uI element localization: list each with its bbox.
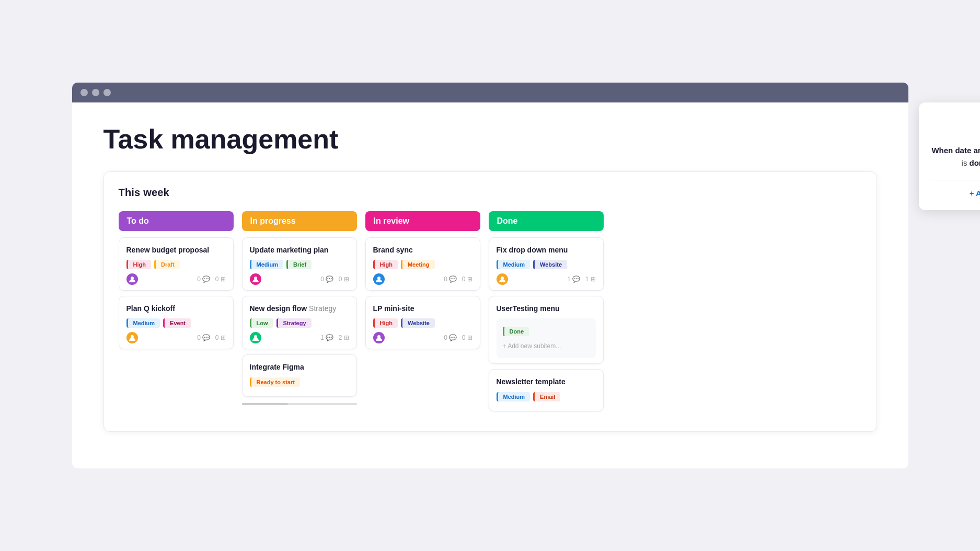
card-title: Integrate Figma [250,362,349,372]
tag-high: High [373,260,398,269]
avatar [497,273,508,285]
comment-icon: 💬 [202,276,210,283]
comment-icon: 💬 [449,334,457,341]
card-title: UserTesting menu [497,304,596,313]
card-tags: Ready to start [250,377,349,387]
subitem-row: Done [503,324,590,339]
comment-icon: 💬 [572,276,580,283]
card-newsletter: Newsletter template Medium Email [489,369,604,411]
card-update-marketing: Update marketing plan Medium Brief 0 [242,237,357,291]
add-subitem-button[interactable]: + Add new subitem... [503,339,590,353]
column-header-done: Done [489,211,604,231]
card-footer: 0 💬 0 ⊞ [126,332,226,343]
task-icon: ⊞ [467,276,472,283]
task-count: 2 ⊞ [339,334,349,341]
card-tags: Medium Email [497,392,596,401]
comment-icon: 💬 [326,334,333,341]
scroll-bar [242,403,357,405]
card-usertesting: UserTesting menu Done + Add new subitem.… [489,296,604,364]
card-footer: 0 💬 0 ⊞ [373,332,472,343]
avatar [126,332,138,343]
add-to-board-button[interactable]: + Add to board [931,180,981,198]
comment-icon: 💬 [449,276,457,283]
task-count: 0 ⊞ [215,334,226,341]
column-header-todo: To do [119,211,234,231]
avatar [126,273,138,285]
subitem-status: Done [503,327,529,336]
card-tags: Medium Brief [250,260,349,269]
browser-dot-3 [103,89,111,96]
subitem-area: Done + Add new subitem... [497,318,596,358]
tag-ready: Ready to start [250,377,300,387]
slack-popup: When date arrives and only if status is … [919,102,981,210]
card-footer: 1 💬 1 ⊞ [497,273,596,285]
browser-chrome [72,83,908,102]
slack-notification-text: When date arrives and only if status is … [931,144,981,169]
comment-count: 1 💬 [320,334,333,341]
tag-medium: Medium [497,392,531,401]
card-integrate-figma: Integrate Figma Ready to start [242,354,357,396]
card-tags: Low Strategy [250,318,349,328]
avatar [250,332,261,343]
tag-event: Event [163,318,191,328]
footer-meta: 0 💬 0 ⊞ [444,276,472,283]
comment-icon: 💬 [326,276,333,283]
browser-dot-2 [92,89,99,96]
comment-count: 1 💬 [567,276,580,283]
scroll-thumb [242,403,288,405]
tag-high: High [126,260,151,269]
avatar [250,273,261,285]
card-new-design-flow: New design flow Strategy Low Strategy [242,296,357,349]
card-title: New design flow Strategy [250,304,349,313]
comment-count: 0 💬 [444,276,457,283]
footer-meta: 0 💬 0 ⊞ [444,334,472,341]
card-lp-minisite: LP mini-site High Website 0 [365,296,480,349]
card-renew-budget: Renew budget proposal High Draft 0 [119,237,234,291]
board-container: This week To do Renew budget proposal Hi… [103,171,877,432]
tag-medium: Medium [250,260,284,269]
comment-icon: 💬 [202,334,210,341]
card-tags: High Website [373,318,472,328]
tag-draft: Draft [154,260,180,269]
card-tags: High Draft [126,260,226,269]
card-tags: Medium Website [497,260,596,269]
footer-meta: 0 💬 0 ⊞ [197,334,225,341]
task-icon: ⊞ [221,334,226,341]
task-icon: ⊞ [221,276,226,283]
card-fix-dropdown: Fix drop down menu Medium Website 1 [489,237,604,291]
tag-brief: Brief [286,260,312,269]
tag-meeting: Meeting [401,260,435,269]
task-icon: ⊞ [467,334,472,341]
tag-website: Website [533,260,567,269]
card-title: Renew budget proposal [126,245,226,255]
page-wrapper: Task management This week To do Renew bu… [72,83,908,468]
tag-strategy: Strategy [276,318,312,328]
card-title: Plan Q kickoff [126,304,226,313]
card-footer: 0 💬 0 ⊞ [373,273,472,285]
footer-meta: 1 💬 1 ⊞ [567,276,595,283]
tag-email: Email [533,392,560,401]
card-tags: High Meeting [373,260,472,269]
tag-medium: Medium [126,318,160,328]
task-icon: ⊞ [591,276,596,283]
page-title: Task management [103,123,877,155]
column-inreview: In review Brand sync High Meeting [365,211,480,417]
comment-count: 0 💬 [197,334,210,341]
tag-website: Website [401,318,435,328]
card-title: Fix drop down menu [497,245,596,255]
card-plan-kickoff: Plan Q kickoff Medium Event 0 [119,296,234,349]
tag-medium: Medium [497,260,531,269]
card-title: Newsletter template [497,377,596,386]
tag-high: High [373,318,398,328]
footer-meta: 1 💬 2 ⊞ [320,334,349,341]
task-count: 0 ⊞ [339,276,349,283]
task-count: 0 ⊞ [215,276,226,283]
column-header-inprogress: In progress [242,211,357,231]
column-done: Done Fix drop down menu Medium Website [489,211,604,417]
task-count: 0 ⊞ [462,276,472,283]
footer-meta: 0 💬 0 ⊞ [197,276,225,283]
card-tags: Medium Event [126,318,226,328]
card-title: Brand sync [373,245,472,255]
task-count: 1 ⊞ [585,276,596,283]
tag-low: Low [250,318,273,328]
